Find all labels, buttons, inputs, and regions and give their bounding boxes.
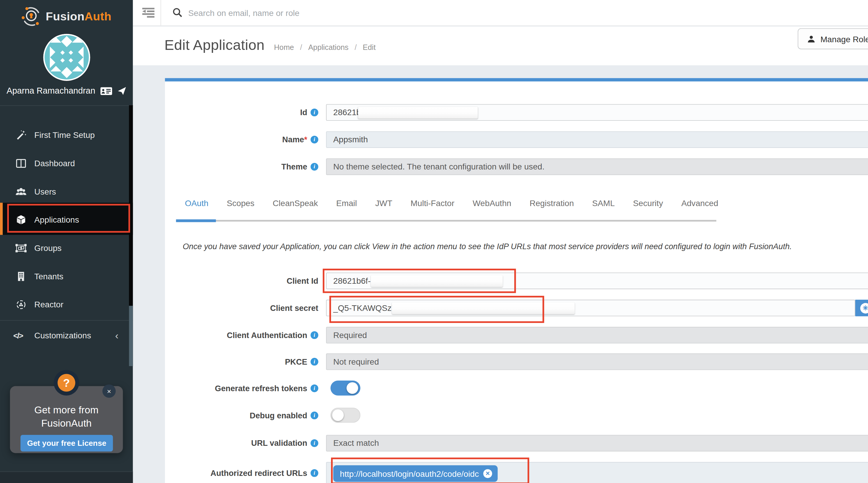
theme-select: No theme selected. The tenant configurat… xyxy=(326,159,868,175)
tab-oauth[interactable]: OAuth xyxy=(185,198,209,208)
info-icon[interactable]: i xyxy=(311,469,318,477)
sidebar-item-groups[interactable]: Groups xyxy=(0,234,133,262)
client-secret-label: Client secret xyxy=(165,300,318,316)
info-icon[interactable]: i xyxy=(311,384,318,392)
redaction-overlay xyxy=(371,276,503,287)
chevron-left-icon[interactable]: ‹ xyxy=(115,330,118,340)
tab-jwt[interactable]: JWT xyxy=(375,198,393,208)
user-name: Aparna Ramachandran xyxy=(6,86,95,96)
users-icon xyxy=(15,186,27,197)
tab-bar: OAuth Scopes CleanSpeak Email JWT Multi-… xyxy=(185,198,737,208)
info-icon[interactable]: i xyxy=(311,109,318,116)
avatar xyxy=(43,34,90,81)
collapse-sidebar-icon[interactable] xyxy=(142,8,155,18)
debug-enabled-toggle[interactable] xyxy=(331,408,360,423)
question-mark-icon: ? xyxy=(58,374,75,392)
client-authentication-select: Required xyxy=(326,327,868,343)
tab-advanced[interactable]: Advanced xyxy=(681,198,718,208)
tab-saml[interactable]: SAML xyxy=(592,198,615,208)
info-icon[interactable]: i xyxy=(311,411,318,419)
regenerate-secret-button[interactable]: ✳ xyxy=(855,300,868,316)
authorized-redirect-urls-field[interactable]: http://localhost/login/oauth2/code/oidc … xyxy=(326,462,868,483)
manage-roles-label: Manage Roles xyxy=(820,34,868,44)
sidebar-item-label: Groups xyxy=(34,243,61,253)
search-icon xyxy=(173,8,182,17)
theme-label: Themei xyxy=(165,159,318,175)
tab-email[interactable]: Email xyxy=(336,198,357,208)
fusionauth-logo-icon xyxy=(22,7,41,27)
client-secret-field[interactable]: _Q5-TKAWQSz7s xyxy=(326,300,855,316)
fusionauth-logo[interactable]: FusionAuth xyxy=(0,4,133,29)
breadcrumb-edit: Edit xyxy=(363,43,376,51)
remove-tag-icon[interactable]: ✕ xyxy=(483,469,492,478)
generate-refresh-tokens-toggle[interactable] xyxy=(331,380,360,396)
sidebar: FusionAuth xyxy=(0,0,133,483)
sidebar-footer xyxy=(0,472,133,483)
id-input[interactable]: 28621b xyxy=(326,104,868,121)
sidebar-item-dashboard[interactable]: Dashboard xyxy=(0,149,133,177)
tab-scopes[interactable]: Scopes xyxy=(226,198,254,208)
breadcrumb: Home / Applications / Edit xyxy=(274,43,376,51)
regenerate-icon: ✳ xyxy=(860,303,868,313)
info-icon[interactable]: i xyxy=(311,136,318,143)
id-card-icon[interactable] xyxy=(100,87,113,95)
breadcrumb-home[interactable]: Home xyxy=(274,43,294,51)
tab-cleanspeak[interactable]: CleanSpeak xyxy=(273,198,318,208)
redaction-overlay xyxy=(358,107,478,118)
object-group-icon xyxy=(15,243,27,254)
brand-text-auth: Auth xyxy=(85,10,112,23)
fusionauth-admin: FusionAuth xyxy=(0,0,868,483)
client-id-field[interactable]: 28621b6f- xyxy=(326,273,868,289)
sidebar-item-label: Users xyxy=(34,187,56,196)
name-input[interactable]: Appsmith xyxy=(326,132,868,148)
id-label: Idi xyxy=(165,104,318,121)
sidebar-item-label: Customizations xyxy=(34,331,91,340)
sidebar-scrollbar-thumb[interactable] xyxy=(129,306,133,366)
topbar xyxy=(133,0,868,26)
sidebar-item-label: Reactor xyxy=(34,300,63,309)
breadcrumb-applications[interactable]: Applications xyxy=(308,43,349,51)
sidebar-item-first-time-setup[interactable]: First Time Setup xyxy=(0,121,133,149)
redirect-url-text: http://localhost/login/oauth2/code/oidc xyxy=(340,469,479,478)
tab-multi-factor[interactable]: Multi-Factor xyxy=(411,198,455,208)
sidebar-divider-top xyxy=(0,105,133,106)
search-input[interactable] xyxy=(188,4,531,21)
sidebar-item-reactor[interactable]: Reactor xyxy=(0,290,133,318)
tab-security[interactable]: Security xyxy=(633,198,663,208)
info-icon[interactable]: i xyxy=(311,331,318,339)
sidebar-item-customizations[interactable]: </> Customizations ‹ xyxy=(0,321,129,349)
authorized-redirect-urls-label: Authorized redirect URLsi xyxy=(165,465,318,481)
breadcrumb-separator: / xyxy=(300,43,302,51)
sidebar-item-label: Applications xyxy=(34,215,79,224)
oauth-note: Once you have saved your Application, yo… xyxy=(183,242,792,251)
name-label: Name* i xyxy=(165,132,318,148)
client-authentication-label: Client Authenticationi xyxy=(165,327,318,343)
info-icon[interactable]: i xyxy=(311,439,318,447)
redirect-url-tag: http://localhost/login/oauth2/code/oidc … xyxy=(333,465,498,482)
promo-heading: Get more from FusionAuth xyxy=(10,403,123,430)
sidebar-item-users[interactable]: Users xyxy=(0,177,133,205)
brand-text-fusion: Fusion xyxy=(46,10,84,23)
code-icon: </> xyxy=(13,331,23,340)
info-icon[interactable]: i xyxy=(311,358,318,366)
sidebar-item-tenants[interactable]: Tenants xyxy=(0,262,133,290)
tab-webauthn[interactable]: WebAuthn xyxy=(473,198,511,208)
tab-registration[interactable]: Registration xyxy=(530,198,574,208)
sidebar-item-applications[interactable]: Applications xyxy=(0,205,133,234)
paper-plane-icon[interactable] xyxy=(117,86,126,95)
url-validation-select: Exact match xyxy=(326,435,868,451)
cube-icon xyxy=(15,214,27,225)
user-row: Aparna Ramachandran xyxy=(0,86,133,96)
promo-close-button[interactable]: × xyxy=(102,385,116,398)
person-icon xyxy=(807,34,815,43)
info-icon[interactable]: i xyxy=(311,163,318,171)
redaction-overlay xyxy=(392,302,575,314)
manage-roles-button[interactable]: Manage Roles xyxy=(798,28,868,49)
edit-application-panel: Idi 28621b Name* i Appsmith Themei No th… xyxy=(165,78,868,483)
free-license-button[interactable]: Get your free License xyxy=(20,435,113,451)
close-icon: × xyxy=(107,387,111,395)
page-title: Edit Application xyxy=(164,37,265,54)
topbar-divider xyxy=(160,0,161,25)
pkce-select: Not required xyxy=(326,353,868,370)
sidebar-divider-bottom xyxy=(0,320,133,321)
